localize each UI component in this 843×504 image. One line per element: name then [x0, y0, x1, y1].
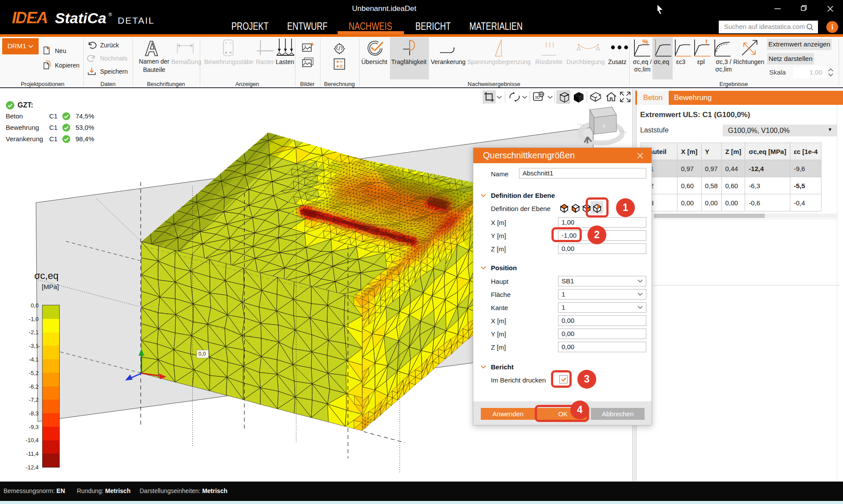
svg-text:0,0: 0,0: [198, 351, 206, 357]
svg-text:Y: Y: [602, 124, 605, 129]
